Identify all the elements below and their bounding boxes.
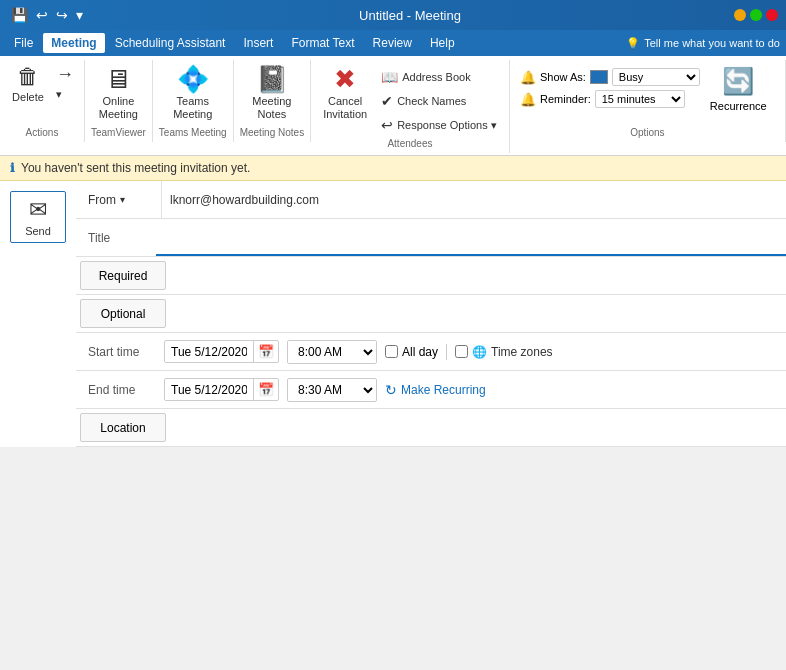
start-date-input[interactable]	[165, 342, 253, 362]
actions-items: 🗑 Delete → ▾	[6, 62, 78, 125]
menu-help[interactable]: Help	[422, 33, 463, 53]
forward-btn[interactable]: →	[52, 62, 78, 87]
main-content: ✉ Send From ▾ lknorr@howardbuilding.com …	[0, 181, 786, 447]
lightbulb-icon: 💡	[626, 37, 640, 50]
show-as-label: Show As:	[540, 71, 586, 83]
show-as-select[interactable]: Busy Free Tentative Out of Office	[612, 68, 700, 86]
reminder-select[interactable]: 15 minutes None 5 minutes 30 minutes 1 h…	[595, 90, 685, 108]
time-zones-btn[interactable]: 🌐 Time zones	[455, 345, 553, 359]
address-book-btn[interactable]: 📖 Address Book	[375, 66, 503, 88]
start-time-row: Start time 📅 8:00 AM 8:30 AM 9:00 AM All…	[76, 333, 786, 371]
menu-file[interactable]: File	[6, 33, 41, 53]
attendees-label: Attendees	[387, 136, 432, 149]
online-meeting-label: Online Meeting	[99, 95, 138, 121]
meeting-notes-btn[interactable]: 📓 Meeting Notes	[246, 62, 297, 125]
send-button[interactable]: ✉ Send	[10, 191, 66, 243]
options-label: Options	[630, 125, 664, 138]
window-controls	[734, 9, 778, 21]
menu-format[interactable]: Format Text	[283, 33, 362, 53]
teams-icon: 💠	[177, 66, 209, 92]
menu-scheduling[interactable]: Scheduling Assistant	[107, 33, 234, 53]
end-calendar-btn[interactable]: 📅	[253, 379, 278, 400]
end-time-row: End time 📅 8:30 AM 9:00 AM 9:30 AM ↻ Mak…	[76, 371, 786, 409]
search-text[interactable]: Tell me what you want to do	[644, 37, 780, 49]
from-row: From ▾ lknorr@howardbuilding.com	[76, 181, 786, 219]
recurrence-btn[interactable]: 🔄 Recurrence	[702, 62, 775, 116]
menu-insert[interactable]: Insert	[235, 33, 281, 53]
reminder-bell-icon: 🔔	[520, 92, 536, 107]
end-time-select[interactable]: 8:30 AM 9:00 AM 9:30 AM	[287, 378, 377, 402]
menu-meeting[interactable]: Meeting	[43, 33, 104, 53]
info-message: You haven't sent this meeting invitation…	[21, 161, 250, 175]
teams-group-label: Teams Meeting	[159, 125, 227, 138]
required-btn[interactable]: Required	[80, 261, 166, 290]
start-time-select[interactable]: 8:00 AM 8:30 AM 9:00 AM	[287, 340, 377, 364]
check-names-btn[interactable]: ✔ Check Names	[375, 90, 503, 112]
search-bar: 💡 Tell me what you want to do	[626, 37, 780, 50]
response-options-btn[interactable]: ↩ Response Options ▾	[375, 114, 503, 136]
start-time-label: Start time	[76, 333, 156, 370]
teamviewer-items: 🖥 Online Meeting	[93, 62, 144, 125]
make-recurring-btn[interactable]: ↻ Make Recurring	[385, 382, 486, 398]
globe-icon: 🌐	[472, 345, 487, 359]
info-bar: ℹ You haven't sent this meeting invitati…	[0, 156, 786, 181]
time-zones-label: Time zones	[491, 345, 553, 359]
title-bar: 💾 ↩ ↪ ▾ Untitled - Meeting	[0, 0, 786, 30]
end-date-container: 📅	[164, 378, 279, 401]
optional-btn[interactable]: Optional	[80, 299, 166, 328]
bell-icon: 🔔	[520, 70, 536, 85]
notes-group-label: Meeting Notes	[240, 125, 304, 138]
customize-qat-btn[interactable]: ▾	[73, 5, 86, 25]
cancel-icon: ✖	[334, 66, 356, 92]
all-day-label: All day	[402, 345, 438, 359]
maximize-btn[interactable]	[750, 9, 762, 21]
notes-items: 📓 Meeting Notes	[246, 62, 297, 125]
start-date-container: 📅	[164, 340, 279, 363]
title-input[interactable]	[156, 219, 786, 256]
forward-dropdown-btn[interactable]: ▾	[52, 87, 78, 102]
end-date-input[interactable]	[165, 380, 253, 400]
start-time-controls: 📅 8:00 AM 8:30 AM 9:00 AM All day 🌐 Time…	[156, 333, 786, 370]
redo-btn[interactable]: ↪	[53, 5, 71, 25]
location-btn[interactable]: Location	[80, 413, 166, 442]
delete-btn[interactable]: 🗑 Delete	[6, 62, 50, 108]
location-value	[170, 409, 786, 446]
location-row: Location	[76, 409, 786, 447]
menu-review[interactable]: Review	[365, 33, 420, 53]
teamviewer-label: TeamViewer	[91, 125, 146, 138]
undo-btn[interactable]: ↩	[33, 5, 51, 25]
from-btn[interactable]: From ▾	[76, 181, 162, 218]
optional-value	[170, 295, 786, 332]
notes-label: Meeting Notes	[252, 95, 291, 121]
send-icon: ✉	[29, 197, 47, 223]
check-names-icon: ✔	[381, 93, 393, 109]
attendees-col: 📖 Address Book ✔ Check Names ↩ Response …	[375, 66, 503, 136]
close-btn[interactable]	[766, 9, 778, 21]
ribbon-group-actions: 🗑 Delete → ▾ Actions	[0, 60, 85, 142]
make-recurring-label: Make Recurring	[401, 383, 486, 397]
reminder-row: 🔔 Reminder: 15 minutes None 5 minutes 30…	[520, 90, 700, 108]
forward-area: → ▾	[52, 62, 78, 102]
recurring-icon: ↻	[385, 382, 397, 398]
recurrence-label: Recurrence	[710, 100, 767, 112]
cancel-invitation-btn[interactable]: ✖ Cancel Invitation	[317, 62, 373, 125]
actions-label: Actions	[26, 125, 59, 138]
end-time-controls: 📅 8:30 AM 9:00 AM 9:30 AM ↻ Make Recurri…	[156, 371, 786, 408]
time-zones-checkbox[interactable]	[455, 345, 468, 358]
start-calendar-btn[interactable]: 📅	[253, 341, 278, 362]
show-as-color	[590, 70, 608, 84]
reminder-label: Reminder:	[540, 93, 591, 105]
send-label: Send	[25, 225, 51, 237]
title-bar-left: 💾 ↩ ↪ ▾	[8, 5, 86, 25]
ribbon: 🗑 Delete → ▾ Actions 🖥 Online Meeting Te…	[0, 56, 786, 156]
online-meeting-btn[interactable]: 🖥 Online Meeting	[93, 62, 144, 125]
ribbon-group-teamviewer: 🖥 Online Meeting TeamViewer	[85, 60, 153, 142]
all-day-checkbox[interactable]	[385, 345, 398, 358]
minimize-btn[interactable]	[734, 9, 746, 21]
ribbon-group-teams: 💠 Teams Meeting Teams Meeting	[153, 60, 234, 142]
required-row: Required	[76, 257, 786, 295]
teams-meeting-btn[interactable]: 💠 Teams Meeting	[167, 62, 218, 125]
window-title: Untitled - Meeting	[359, 8, 461, 23]
save-qat-btn[interactable]: 💾	[8, 5, 31, 25]
from-chevron-icon: ▾	[120, 194, 125, 205]
